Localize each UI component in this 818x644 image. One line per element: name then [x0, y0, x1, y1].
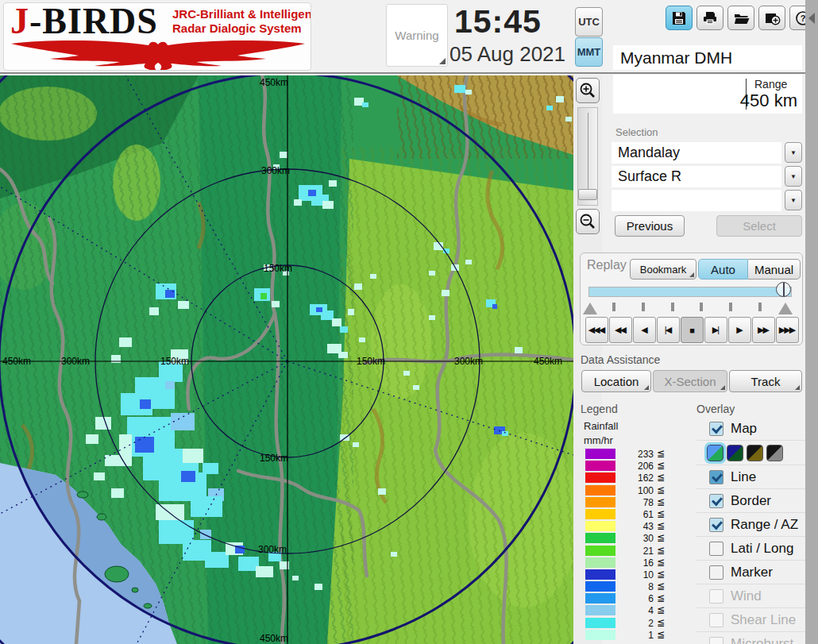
range-start-marker[interactable]	[583, 303, 597, 314]
radar-map[interactable]: 450km 300km 150km 150km 300km 450km 450k…	[0, 75, 573, 644]
legend-entry: 162≦	[584, 472, 685, 484]
warning-button[interactable]: Warning	[386, 4, 448, 67]
track-button[interactable]: Track	[729, 370, 802, 392]
lati-long-checkbox[interactable]	[709, 542, 723, 556]
less-equal-symbol: ≦	[657, 580, 665, 592]
bookmark-button[interactable]: Bookmark	[630, 259, 696, 280]
selection-dropdown-1: Mandalay▼	[612, 142, 802, 164]
rewind-fast-button[interactable]: ◀◀◀	[585, 317, 608, 343]
less-equal-symbol: ≦	[657, 460, 665, 471]
map-checkbox[interactable]	[709, 422, 723, 436]
overlay-row-wind: Wind	[696, 584, 805, 607]
range-az-checkbox[interactable]	[709, 518, 723, 532]
radar-map-canvas: 450km 300km 150km 150km 300km 450km 450k…	[0, 75, 573, 644]
map-style-blue-green[interactable]	[707, 445, 723, 461]
dropdown-value-3[interactable]	[612, 190, 781, 211]
less-equal-symbol: ≦	[657, 496, 665, 507]
overlay-row-lati-long: Lati / Long	[696, 536, 805, 560]
border-checkbox[interactable]	[709, 494, 723, 508]
dropdown-arrow-icon[interactable]: ▼	[785, 142, 802, 163]
overlay-item-label: Map	[731, 421, 757, 437]
legend-entry: 10≦	[584, 569, 685, 580]
less-equal-symbol: ≦	[657, 520, 665, 531]
overlay-row-range-az: Range / AZ	[696, 512, 805, 536]
replay-tick	[671, 303, 674, 311]
range-end-marker[interactable]	[778, 303, 793, 314]
replay-tick	[642, 303, 645, 311]
ring-label: 150km	[160, 356, 189, 367]
clock-time: 15:45	[454, 3, 542, 40]
play-button[interactable]: ▶	[728, 317, 751, 343]
rewind-button[interactable]: ◀◀	[609, 317, 632, 343]
ring-label: 300km	[454, 356, 483, 367]
map-style-black-gray[interactable]	[766, 445, 783, 461]
ring-label: 150km	[264, 263, 292, 274]
less-equal-symbol: ≦	[657, 484, 665, 496]
ring-label: 150km	[260, 453, 288, 464]
legend-entry: 30≦	[584, 532, 685, 544]
ring-label: 300km	[258, 544, 287, 555]
less-equal-symbol: ≦	[657, 569, 665, 580]
selection-dropdown-2: Surface R▼	[612, 166, 802, 187]
line-checkbox[interactable]	[709, 470, 723, 484]
dropdown-value-2[interactable]: Surface R	[612, 166, 781, 187]
manual-button[interactable]: Manual	[748, 259, 801, 280]
overlay-item-label: Microburst	[731, 636, 793, 644]
data-assistance-label: Data Assistance	[581, 353, 660, 366]
map-style-black-olive[interactable]	[747, 445, 763, 461]
location-button[interactable]: Location	[581, 370, 651, 392]
slider-handle-bar	[783, 283, 785, 296]
ring-label: 450km	[2, 356, 31, 367]
legend-entry: 43≦	[584, 520, 685, 532]
legend-value: 61	[617, 509, 654, 520]
legend-entry: 16≦	[584, 557, 685, 569]
overlay-item-label: Lati / Long	[731, 541, 793, 557]
forward-button[interactable]: ▶▶	[752, 317, 775, 343]
legend-entry: 233≦	[584, 448, 685, 460]
dropdown-value-1[interactable]: Mandalay	[612, 142, 781, 164]
legend-value: 162	[617, 472, 654, 484]
legend-entry: 1≦	[584, 629, 685, 641]
legend-color-swatch	[585, 472, 615, 483]
less-equal-symbol: ≦	[657, 617, 665, 628]
legend-value: 30	[617, 533, 654, 544]
step-back-button[interactable]: |◀	[657, 317, 680, 343]
replay-group: Replay Bookmark Auto Manual ◀◀◀◀◀◀|◀■▶|▶…	[580, 253, 803, 345]
previous-button[interactable]: Previous	[615, 215, 685, 237]
range-label: Range	[754, 78, 787, 91]
station-name: Myanmar DMH	[613, 45, 802, 70]
replay-slider-handle[interactable]	[776, 282, 793, 301]
overlay-section-label: Overlay	[696, 403, 735, 415]
step-forward-button[interactable]: ▶|	[704, 317, 727, 343]
stop-button[interactable]: ■	[681, 317, 704, 343]
less-equal-symbol: ≦	[657, 532, 665, 543]
select-button[interactable]: Select	[716, 215, 802, 237]
overlay-row-line: Line	[696, 465, 805, 488]
replay-slider-track[interactable]	[588, 287, 792, 297]
ring-label: 150km	[357, 356, 385, 367]
marker-checkbox[interactable]	[709, 565, 723, 580]
legend-color-swatch	[585, 497, 615, 507]
panel-collapse-strip[interactable]	[805, 0, 818, 644]
map-style-navy-darkgreen[interactable]	[727, 445, 743, 461]
legend-value: 1	[617, 630, 654, 641]
legend-section-label: Legend	[581, 403, 618, 415]
x-section-button[interactable]: X-Section	[653, 370, 727, 392]
dropdown-arrow-icon[interactable]: ▼	[785, 166, 802, 187]
auto-button[interactable]: Auto	[698, 259, 748, 280]
forward-fast-button[interactable]: ▶▶▶	[776, 317, 799, 343]
jbirds-logo: J-BIRDS JRC-Brilliant & Intelligent Rada…	[3, 2, 311, 71]
play-reverse-button[interactable]: ◀	[633, 317, 656, 343]
legend-color-swatch	[585, 557, 615, 568]
overlay-row-border: Border	[696, 488, 805, 512]
legend-value: 78	[617, 497, 654, 508]
overlay-row-marker: Marker	[696, 560, 805, 584]
logo-tagline-1: JRC-Brilliant & Intelligent	[172, 8, 311, 21]
logo-tagline-2: Radar Dialogic System	[172, 22, 302, 35]
less-equal-symbol: ≦	[657, 592, 665, 604]
less-equal-symbol: ≦	[657, 557, 665, 568]
dropdown-arrow-icon[interactable]: ▼	[785, 190, 802, 210]
overlay-item-label: Border	[731, 493, 771, 509]
legend-entry: 8≦	[584, 580, 685, 592]
replay-tick	[758, 303, 762, 311]
